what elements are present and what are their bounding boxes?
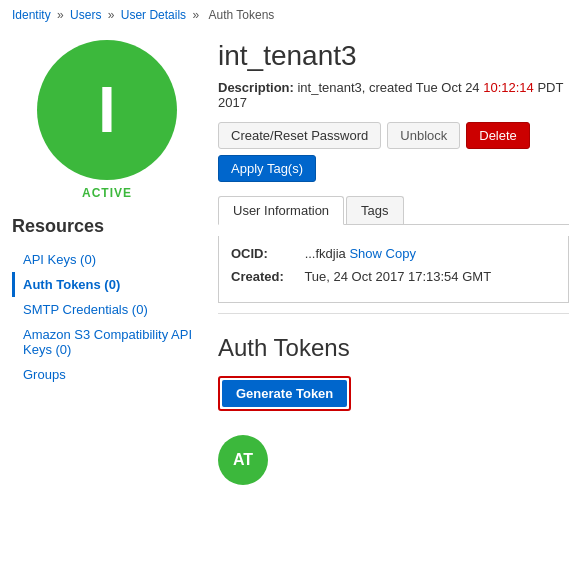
- breadcrumb-sep1: »: [57, 8, 67, 22]
- resources-section: Resources API Keys (0) Auth Tokens (0) S…: [12, 216, 202, 387]
- resource-auth-tokens[interactable]: Auth Tokens (0): [12, 272, 202, 297]
- description-label: Description:: [218, 80, 294, 95]
- breadcrumb-current: Auth Tokens: [208, 8, 274, 22]
- create-reset-password-button[interactable]: Create/Reset Password: [218, 122, 381, 149]
- action-buttons: Create/Reset Password Unblock Delete App…: [218, 122, 569, 182]
- apply-tags-button[interactable]: Apply Tag(s): [218, 155, 316, 182]
- auth-tokens-section: Auth Tokens Generate Token AT: [218, 334, 569, 485]
- resource-api-keys[interactable]: API Keys (0): [12, 247, 202, 272]
- ocid-label: OCID:: [231, 246, 301, 261]
- section-divider: [218, 313, 569, 314]
- resource-groups[interactable]: Groups: [12, 362, 202, 387]
- avatar-status: ACTIVE: [82, 186, 132, 200]
- resource-smtp[interactable]: SMTP Credentials (0): [12, 297, 202, 322]
- description-time: 10:12:14: [483, 80, 534, 95]
- resource-s3[interactable]: Amazon S3 Compatibility API Keys (0): [12, 322, 202, 362]
- avatar-circle: I: [37, 40, 177, 180]
- tab-tags[interactable]: Tags: [346, 196, 403, 224]
- breadcrumb-users[interactable]: Users: [70, 8, 101, 22]
- created-label: Created:: [231, 269, 301, 284]
- delete-button[interactable]: Delete: [466, 122, 530, 149]
- breadcrumb-sep3: »: [192, 8, 202, 22]
- auth-tokens-title: Auth Tokens: [218, 334, 569, 362]
- breadcrumb-user-details[interactable]: User Details: [121, 8, 186, 22]
- token-avatar: AT: [218, 435, 268, 485]
- tab-user-information[interactable]: User Information: [218, 196, 344, 225]
- tab-content-user-info: OCID: ...fkdjia Show Copy Created: Tue, …: [218, 236, 569, 303]
- ocid-copy-link[interactable]: Copy: [386, 246, 416, 261]
- breadcrumb-sep2: »: [108, 8, 118, 22]
- avatar-letter: I: [98, 73, 116, 147]
- ocid-value: ...fkdjia Show Copy: [301, 246, 416, 261]
- avatar-section: I ACTIVE: [12, 40, 202, 200]
- created-row: Created: Tue, 24 Oct 2017 17:13:54 GMT: [231, 269, 556, 284]
- breadcrumb-identity[interactable]: Identity: [12, 8, 51, 22]
- tabs: User Information Tags: [218, 196, 569, 224]
- ocid-row: OCID: ...fkdjia Show Copy: [231, 246, 556, 261]
- user-title: int_tenant3: [218, 40, 569, 72]
- generate-token-wrapper: Generate Token: [218, 376, 351, 411]
- resources-title: Resources: [12, 216, 202, 237]
- ocid-show-link[interactable]: Show: [349, 246, 382, 261]
- generate-token-button[interactable]: Generate Token: [222, 380, 347, 407]
- left-sidebar: I ACTIVE Resources API Keys (0) Auth Tok…: [12, 40, 202, 485]
- created-value: Tue, 24 Oct 2017 17:13:54 GMT: [301, 269, 491, 284]
- unblock-button[interactable]: Unblock: [387, 122, 460, 149]
- description-row: Description: int_tenant3, created Tue Oc…: [218, 80, 569, 110]
- tabs-container: User Information Tags: [218, 196, 569, 225]
- breadcrumb: Identity » Users » User Details » Auth T…: [0, 0, 581, 30]
- right-content: int_tenant3 Description: int_tenant3, cr…: [218, 40, 569, 485]
